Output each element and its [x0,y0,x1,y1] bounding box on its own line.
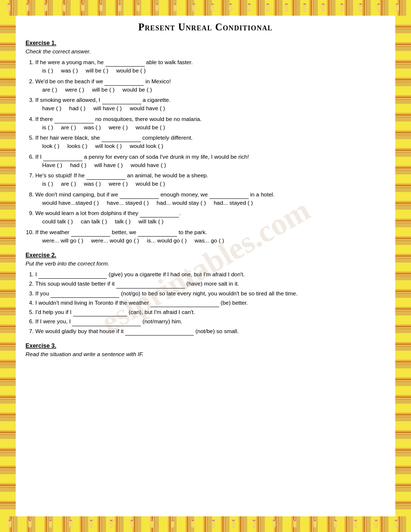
pencil-icon [376,2,386,13]
answer-option: would have ( ) [130,161,166,169]
svg-point-75 [341,4,342,5]
exercise-1-instruction: Check the correct answer. [26,48,385,54]
answer-row: is ( ) are ( ) was ( ) were ( ) would be… [35,180,385,188]
answer-option: is ( ) [42,180,53,188]
answer-row: would have...stayed ( ) have... stayed (… [35,199,385,207]
pencil-icon [271,519,282,530]
pencil-icon [80,2,91,13]
pencil-icon [209,2,220,13]
answer-row: is ( ) was ( ) will be ( ) would be ( ) [35,67,385,75]
pencil-icon [129,519,140,530]
svg-point-139 [254,520,255,521]
answer-option: were... would go ( ) [91,237,139,245]
svg-marker-113 [130,527,133,529]
answer-option: will talk ( ) [138,218,163,226]
svg-marker-89 [8,527,11,529]
svg-marker-45 [211,10,214,12]
answer-option: would be ( ) [116,67,146,75]
pencil-icon [154,2,165,13]
sentence-text: This soup would taste better if it (have… [35,281,239,287]
answer-option: are ( ) [61,123,76,132]
border-top [0,0,411,16]
answer-option: would be ( ) [136,123,165,132]
svg-point-59 [267,4,268,5]
exercise-1-section: Exercise 1. Check the correct answer. If… [26,40,385,245]
svg-marker-153 [334,527,337,529]
exercise-2-instruction: Put the verb into the correct form. [26,261,385,266]
svg-marker-5 [26,10,29,12]
svg-point-123 [172,520,173,521]
list-item: If I a penny for every can of soda I've … [35,153,385,170]
svg-marker-65 [303,10,306,12]
svg-marker-49 [229,10,232,12]
list-item: If the weather better, we to the park. w… [35,228,385,245]
sentence-text: If there no mosquitoes, there would be n… [35,116,202,122]
svg-point-23 [101,4,102,5]
sentence-text: He's so stupid! If he an animal, he woul… [35,172,208,178]
svg-point-3 [8,4,9,5]
sentence-text: If I a penny for every can of soda I've … [35,154,249,160]
answer-option: would be ( ) [123,86,152,94]
svg-marker-133 [232,527,235,529]
exercise-3-section: Exercise 3. Read the situation and write… [26,342,385,357]
pencil-icon [292,519,303,530]
svg-marker-57 [266,10,269,12]
svg-marker-9 [44,10,47,12]
svg-marker-165 [395,527,398,529]
pencil-icon [48,519,58,530]
sentence-text: If I were you, I (not/marry) him. [35,318,182,324]
pencil-icon [246,2,257,13]
svg-marker-121 [171,527,174,529]
svg-marker-149 [313,527,316,529]
pencil-icon [6,2,17,13]
answer-option: would look ( ) [129,142,163,150]
pencil-icon [210,519,221,530]
sentence-text: We would learn a lot from dolphins if th… [35,210,181,216]
svg-point-35 [156,4,157,5]
svg-marker-41 [192,10,195,12]
answer-option: was ( ) [84,180,101,188]
svg-point-71 [323,4,324,5]
answer-option: would be ( ) [136,180,165,188]
exercise-1-list: If he were a young man, he able to walk … [26,58,385,245]
svg-marker-61 [285,10,288,12]
sentence-text: I'd help you if I (can), but I'm afraid … [35,309,195,315]
list-item: This soup would taste better if it (have… [35,280,385,288]
pencil-icon [394,2,405,13]
svg-point-83 [378,4,379,5]
exercise-2-section: Exercise 2. Put the verb into the correc… [26,252,385,336]
pencil-icon [339,2,350,13]
answer-option: looks ( ) [67,142,87,150]
list-item: I'd help you if I (can), but I'm afraid … [35,308,385,316]
pencil-row-bottom [0,516,411,532]
pencil-icon [373,519,384,530]
svg-point-147 [294,520,295,521]
svg-point-135 [233,520,234,521]
svg-marker-33 [155,10,158,12]
answer-option: was... go ( ) [195,237,224,245]
list-item: If her hair were black, she completely d… [35,134,385,151]
list-item: If you (not/go) to bed so late every nig… [35,290,385,298]
pencil-icon [393,519,404,530]
svg-point-159 [355,520,356,521]
sentence-text: We don't mind camping, but if we enough … [35,192,275,197]
svg-point-95 [29,520,30,521]
answer-option: Have ( ) [42,161,62,169]
page: eslprintables.com Present Unreal Conditi… [0,0,411,532]
answer-option: would have ( ) [129,104,165,113]
pencil-icon [149,519,160,530]
pencil-row-top [0,0,411,16]
pencil-icon [170,519,180,530]
list-item: He's so stupid! If he an animal, he woul… [35,171,385,189]
pencil-icon [98,2,109,13]
svg-marker-73 [340,10,343,12]
svg-marker-1 [7,10,10,12]
answer-row: were... will go ( ) were... would go ( )… [35,237,385,245]
pencil-icon [231,519,241,530]
pencil-icon [320,2,331,13]
exercise-1-title: Exercise 1. [26,40,385,47]
sentence-text: If you (not/go) to bed so late every nig… [35,290,298,296]
pencil-icon [302,2,312,13]
answer-option: had ( ) [70,161,86,169]
sentence-text: If the weather better, we to the park. [35,229,207,235]
